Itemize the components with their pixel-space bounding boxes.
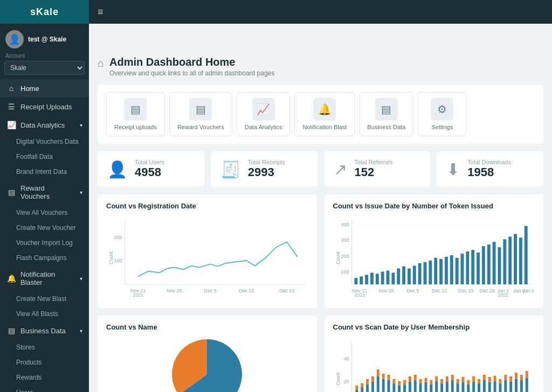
main-content: ⌂ Admin Dashboard Home Overview and quic… — [89, 47, 552, 392]
sidebar-item-label: Notification Blaster — [20, 270, 75, 286]
quick-link-label: Receipt uploads — [114, 124, 157, 130]
data-analytics-icon: 📈 — [252, 98, 275, 121]
svg-text:Dec 5: Dec 5 — [204, 288, 217, 293]
stat-total-receipts: 🧾 Total Receipts 2993 — [211, 151, 318, 187]
svg-rect-42 — [450, 255, 453, 284]
svg-rect-131 — [504, 380, 507, 392]
svg-rect-139 — [525, 378, 528, 392]
sidebar-item-reward-vouchers[interactable]: ▤ Reward Vouchers ▾ — [0, 179, 89, 205]
receipt-uploads-icon: ▤ — [124, 98, 147, 121]
svg-rect-119 — [472, 381, 475, 392]
line-chart-svg: 200 100 Count Nov 21 2021 Nov 28 Dec 5 D… — [106, 215, 308, 300]
svg-rect-33 — [402, 267, 405, 285]
hamburger-icon[interactable]: ≡ — [98, 6, 104, 18]
sidebar-item-notification-blaster[interactable]: 🔔 Notification Blaster ▾ — [0, 265, 89, 291]
chevron-down-icon: ▾ — [80, 122, 82, 128]
svg-rect-111 — [451, 380, 453, 392]
svg-rect-129 — [499, 383, 501, 392]
svg-text:Dec 12: Dec 12 — [432, 288, 447, 293]
svg-rect-40 — [439, 259, 443, 284]
sidebar-item-brand-intent-data[interactable]: Brand Intent Data — [0, 164, 89, 179]
quick-link-label: Reward Vouchers — [177, 124, 224, 130]
quick-link-receipt-uploads[interactable]: ▤ Receipt uploads — [106, 92, 165, 136]
svg-rect-47 — [477, 253, 480, 284]
svg-rect-135 — [515, 379, 518, 392]
chart-issue-date: Count vs Issue Date by Number of Token I… — [325, 194, 544, 308]
sidebar-item-users[interactable]: Users — [0, 385, 89, 392]
referrals-stat-icon: ↗ — [334, 160, 347, 179]
analytics-icon: 📈 — [6, 121, 16, 129]
bar-chart-svg: 400 300 200 100 Count — [333, 215, 535, 300]
chevron-down-icon: ▾ — [80, 276, 82, 282]
svg-rect-118 — [467, 380, 470, 384]
sidebar-item-business-data[interactable]: ▤ Business Data ▾ — [0, 321, 89, 340]
notification-blast-icon: 🔔 — [313, 98, 336, 121]
stat-total-downloads: ⬇ Total Downloads 1958 — [437, 151, 543, 187]
sidebar-item-home[interactable]: ⌂ Home — [0, 79, 89, 97]
sidebar-header: sKale — [0, 0, 89, 24]
svg-rect-75 — [355, 389, 358, 392]
page-subtitle: Overview and quick links to all of admin… — [109, 69, 274, 77]
svg-rect-82 — [371, 376, 374, 382]
stat-total-referrals: ↗ Total Referrals 152 — [324, 151, 431, 187]
svg-rect-100 — [419, 379, 422, 383]
pie-chart-svg — [172, 339, 242, 392]
avatar: 👤 — [5, 30, 24, 48]
svg-rect-92 — [398, 381, 401, 385]
svg-rect-77 — [361, 387, 363, 392]
sidebar-item-stores[interactable]: Stores — [0, 340, 89, 355]
svg-text:2021: 2021 — [133, 292, 143, 298]
stacked-bar-chart-svg: 40 20 Count — [333, 337, 535, 392]
svg-rect-48 — [481, 246, 485, 284]
svg-rect-52 — [503, 239, 506, 284]
sidebar-item-digital-vouchers-data[interactable]: Digital Vouchers Data — [0, 134, 89, 149]
stat-value: 2993 — [248, 165, 285, 179]
svg-rect-50 — [492, 242, 495, 284]
topbar: ≡ — [89, 0, 552, 24]
sidebar-item-flash-campaigns[interactable]: Flash Campaigns — [0, 250, 89, 265]
svg-rect-125 — [488, 382, 491, 392]
stat-label: Total Receipts — [248, 159, 285, 165]
sidebar-user-section: 👤 test @ Skale — [0, 24, 89, 52]
quick-link-reward-vouchers[interactable]: ▤ Reward Vouchers — [169, 92, 232, 136]
stat-value: 1958 — [467, 165, 511, 179]
sidebar-item-data-analytics[interactable]: 📈 Data Analytics ▾ — [0, 116, 89, 134]
users-stat-icon: 👤 — [107, 160, 127, 179]
svg-text:20: 20 — [343, 379, 349, 384]
quick-link-label: Business Data — [367, 124, 405, 130]
svg-text:Dec 26: Dec 26 — [479, 288, 494, 293]
sidebar-item-rewards[interactable]: Rewards — [0, 370, 89, 385]
svg-rect-128 — [493, 376, 496, 381]
svg-rect-121 — [478, 383, 480, 392]
sidebar-item-create-new-voucher[interactable]: Create New Voucher — [0, 220, 89, 235]
sidebar-item-receipt-uploads[interactable]: ☰ Receipt Uploads — [0, 97, 89, 116]
svg-rect-109 — [445, 381, 448, 392]
svg-rect-99 — [419, 383, 422, 392]
svg-rect-78 — [361, 383, 363, 387]
sidebar-item-label: Data Analytics — [20, 121, 65, 129]
quick-link-business-data[interactable]: ▤ Business Data — [359, 92, 413, 136]
account-selector[interactable]: Skale — [4, 61, 85, 75]
quick-link-notification-blast[interactable]: 🔔 Notification Blast — [294, 92, 355, 136]
svg-rect-103 — [430, 384, 432, 392]
sidebar-item-voucher-import-log[interactable]: Voucher Import Log — [0, 235, 89, 250]
sidebar-item-view-all-vouchers[interactable]: View All Vouchers — [0, 205, 89, 220]
svg-rect-136 — [515, 373, 518, 379]
stat-value: 4958 — [135, 165, 164, 179]
quick-link-label: Notification Blast — [302, 124, 347, 130]
chart-scan-date: Count vs Scan Date by User Membership 40… — [325, 316, 544, 392]
sidebar-item-products[interactable]: Products — [0, 355, 89, 370]
sidebar-item-create-new-blast[interactable]: Create New Blast — [0, 291, 89, 306]
chart-title: Count vs Issue Date by Number of Token I… — [333, 202, 535, 210]
sidebar-item-view-all-blasts[interactable]: View All Blasts — [0, 306, 89, 321]
sidebar-item-label: Receipt Uploads — [20, 103, 72, 111]
quick-link-settings[interactable]: ⚙ Settings — [418, 92, 466, 136]
sidebar: sKale 👤 test @ Skale Account Skale ⌂ Hom… — [0, 0, 89, 392]
svg-rect-96 — [408, 376, 411, 382]
sidebar-item-footfall-data[interactable]: Footfall Data — [0, 149, 89, 164]
svg-text:400: 400 — [341, 222, 349, 227]
svg-rect-130 — [499, 379, 501, 383]
svg-rect-122 — [478, 379, 480, 383]
svg-text:2021: 2021 — [354, 292, 365, 298]
quick-link-data-analytics[interactable]: 📈 Data Analytics — [237, 92, 291, 136]
